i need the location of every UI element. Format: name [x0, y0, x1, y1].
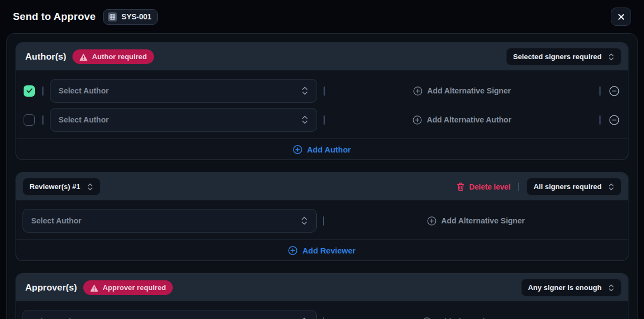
author-2-checkbox-unchecked[interactable] — [24, 114, 35, 126]
reviewer-1-select[interactable]: Select Author — [23, 209, 317, 233]
warning-icon — [79, 53, 87, 61]
approver-required-badge: Approver required — [83, 280, 173, 295]
separator — [599, 115, 601, 125]
add-author-button[interactable]: Add Author — [16, 139, 628, 160]
add-alternative-signer-label: Add Alternative Signer — [427, 86, 511, 95]
plus-circle-icon — [413, 86, 422, 96]
plus-circle-icon — [422, 317, 431, 319]
title-bar: Send to Approve SYS-001 — [0, 0, 644, 33]
reviewers-policy-value: All signers required — [533, 183, 602, 191]
separator — [324, 115, 325, 125]
separator — [518, 183, 519, 191]
chevrons-up-down-icon — [301, 216, 308, 226]
reviewer-level-value: Reviewer(s) #1 — [30, 183, 80, 191]
minus-circle-icon — [609, 86, 619, 96]
author-row-1: Select Author Add Alternative Signer — [23, 79, 621, 103]
separator — [323, 216, 324, 226]
plus-circle-icon — [288, 246, 297, 255]
delete-level-button[interactable]: Delete level — [457, 183, 510, 191]
add-alternative-signer-label: Add Alternative Signer — [441, 216, 525, 225]
approver-1-select[interactable]: Select Author — [23, 310, 317, 319]
plus-circle-icon — [413, 115, 422, 125]
approvers-section: Approver(s) Approver required Any signer… — [16, 273, 628, 319]
authors-section-header: Author(s) Author required Selected signe… — [16, 43, 628, 70]
author-row-2: Select Author Add Alternative Author — [23, 108, 621, 132]
add-alternative-author-button[interactable]: Add Alternative Author — [331, 115, 593, 125]
add-alternative-signer-button[interactable]: Add Alternative Signer — [331, 216, 621, 226]
check-icon — [26, 88, 33, 93]
chevrons-up-down-icon — [608, 183, 614, 191]
reviewers-policy-select[interactable]: All signers required — [526, 178, 621, 195]
separator — [42, 115, 43, 125]
add-alternative-author-label: Add Alternative Author — [427, 115, 511, 124]
warning-icon — [90, 284, 98, 292]
page-title: Send to Approve — [13, 11, 96, 23]
author-2-select-placeholder: Select Author — [58, 115, 301, 124]
add-reviewer-button[interactable]: Add Reviewer — [16, 240, 628, 260]
authors-policy-value: Selected signers required — [513, 53, 602, 61]
chevrons-up-down-icon — [301, 317, 308, 319]
chevrons-up-down-icon — [301, 115, 309, 125]
add-alternative-signer-button[interactable]: Add Alternative Signer — [331, 86, 593, 96]
close-icon — [618, 13, 625, 20]
approver-required-label: Approver required — [103, 284, 166, 292]
delete-level-label: Delete level — [469, 183, 510, 191]
close-button[interactable] — [611, 8, 631, 26]
approver-row-1: Select Author Add Alternative Approver — [23, 310, 621, 319]
separator — [599, 86, 601, 96]
author-1-checkbox-checked[interactable] — [24, 85, 35, 97]
approvers-policy-value: Any signer is enough — [528, 284, 602, 292]
reviewers-rows: Select Author Add Alternative Signer — [16, 200, 628, 240]
remove-author-1-button[interactable] — [609, 86, 619, 96]
authors-rows: Select Author Add Alternative Signer — [16, 70, 628, 139]
plus-circle-icon — [427, 216, 436, 226]
reviewer-1-select-placeholder: Select Author — [31, 216, 301, 225]
authors-title: Author(s) — [25, 52, 66, 62]
author-required-badge: Author required — [72, 49, 153, 64]
plus-circle-icon — [293, 145, 302, 154]
author-1-select-placeholder: Select Author — [58, 86, 301, 95]
add-alternative-approver-button[interactable]: Add Alternative Approver — [331, 317, 621, 319]
author-2-select[interactable]: Select Author — [50, 108, 317, 132]
reviewer-level-select[interactable]: Reviewer(s) #1 — [23, 178, 100, 195]
approvers-section-header: Approver(s) Approver required Any signer… — [16, 274, 628, 301]
send-to-approve-panel: Author(s) Author required Selected signe… — [6, 33, 638, 319]
authors-policy-select[interactable]: Selected signers required — [506, 48, 621, 66]
remove-author-2-button[interactable] — [609, 115, 619, 125]
reviewer-row-1: Select Author Add Alternative Signer — [23, 209, 621, 233]
reviewers-section-header: Reviewer(s) #1 Delete level All signers … — [16, 173, 628, 200]
approvers-rows: Select Author Add Alternative Approver — [16, 301, 628, 319]
grid-icon — [108, 12, 117, 21]
chevrons-up-down-icon — [608, 284, 614, 292]
approvers-title: Approver(s) — [25, 282, 77, 293]
trash-icon — [457, 183, 465, 191]
approvers-policy-select[interactable]: Any signer is enough — [521, 279, 621, 296]
chevrons-up-down-icon — [301, 86, 309, 96]
separator — [324, 86, 325, 96]
separator — [323, 317, 324, 319]
document-id-badge[interactable]: SYS-001 — [103, 9, 158, 25]
author-required-label: Author required — [92, 53, 147, 61]
chevrons-up-down-icon — [87, 183, 93, 191]
separator — [42, 86, 43, 96]
minus-circle-icon — [609, 115, 619, 125]
authors-section: Author(s) Author required Selected signe… — [16, 42, 628, 160]
chevrons-up-down-icon — [608, 53, 614, 61]
reviewers-section: Reviewer(s) #1 Delete level All signers … — [16, 172, 628, 261]
add-author-label: Add Author — [307, 145, 351, 154]
document-id-label: SYS-001 — [121, 12, 151, 21]
author-1-select[interactable]: Select Author — [50, 79, 317, 103]
add-reviewer-label: Add Reviewer — [302, 246, 355, 255]
